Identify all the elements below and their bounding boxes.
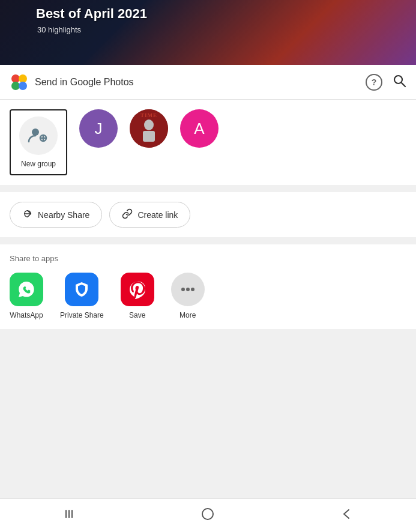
hero-title: Best of April 2021 (36, 6, 147, 22)
save-icon (121, 273, 154, 306)
svg-line-5 (402, 82, 406, 86)
apps-row: WhatsApp Private Share Save (10, 273, 406, 319)
buttons-section: Nearby Share Create link (0, 192, 416, 237)
svg-point-16 (191, 288, 194, 291)
whatsapp-app-item[interactable]: WhatsApp (10, 273, 43, 319)
nav-recent-apps-icon[interactable] (62, 507, 76, 524)
save-label: Save (129, 311, 145, 319)
private-share-icon (65, 273, 98, 306)
nav-back-icon[interactable] (340, 507, 354, 524)
contact-time-avatar: TIME (130, 109, 168, 148)
svg-rect-20 (202, 509, 213, 519)
svg-point-2 (11, 82, 20, 90)
more-icon (171, 273, 205, 306)
svg-point-6 (32, 128, 39, 136)
share-apps-title: Share to apps (10, 254, 406, 263)
header-title: Send in Google Photos (35, 77, 366, 88)
svg-point-0 (11, 74, 20, 83)
nearby-share-button[interactable]: Nearby Share (10, 202, 102, 228)
link-icon (122, 208, 133, 221)
svg-point-11 (144, 119, 154, 130)
new-group-item[interactable]: New group (10, 109, 67, 175)
contacts-scroll: New group J TIME (0, 109, 416, 175)
contact-a-avatar: A (180, 109, 219, 148)
svg-text:TIME: TIME (140, 112, 157, 118)
nearby-share-icon (22, 208, 33, 221)
more-app-item[interactable]: More (171, 273, 205, 319)
svg-point-1 (19, 74, 27, 83)
nearby-share-label: Nearby Share (38, 210, 89, 220)
svg-rect-12 (143, 131, 155, 142)
create-link-label: Create link (137, 210, 178, 220)
header-bar: Send in Google Photos ? (0, 65, 416, 100)
nav-home-icon[interactable] (200, 507, 215, 524)
contact-j-item[interactable]: J (79, 109, 118, 153)
new-group-label: New group (21, 160, 56, 168)
svg-point-15 (186, 288, 190, 291)
more-label: More (179, 311, 196, 319)
contact-a-item[interactable]: A (180, 109, 219, 153)
help-button[interactable]: ? (366, 74, 382, 91)
svg-point-14 (181, 288, 185, 291)
divider-2 (0, 237, 416, 244)
bottom-nav (0, 498, 416, 532)
new-group-avatar (19, 116, 58, 155)
hero-section: Best of April 2021 30 highlights (0, 0, 416, 65)
divider-1 (0, 185, 416, 192)
search-icon[interactable] (392, 73, 406, 91)
contacts-section: New group J TIME (0, 100, 416, 185)
contact-j-avatar: J (79, 109, 118, 148)
private-share-label: Private Share (60, 311, 104, 319)
svg-point-3 (19, 82, 27, 90)
save-app-item[interactable]: Save (121, 273, 154, 319)
google-photos-logo-icon (10, 73, 29, 92)
contact-time-item[interactable]: TIME (130, 109, 168, 153)
whatsapp-icon (10, 273, 43, 306)
hero-subtitle: 30 highlights (37, 25, 81, 34)
share-apps-section: Share to apps WhatsApp Private Share (0, 244, 416, 329)
private-share-app-item[interactable]: Private Share (60, 273, 104, 319)
whatsapp-label: WhatsApp (10, 311, 43, 319)
create-link-button[interactable]: Create link (109, 202, 190, 228)
